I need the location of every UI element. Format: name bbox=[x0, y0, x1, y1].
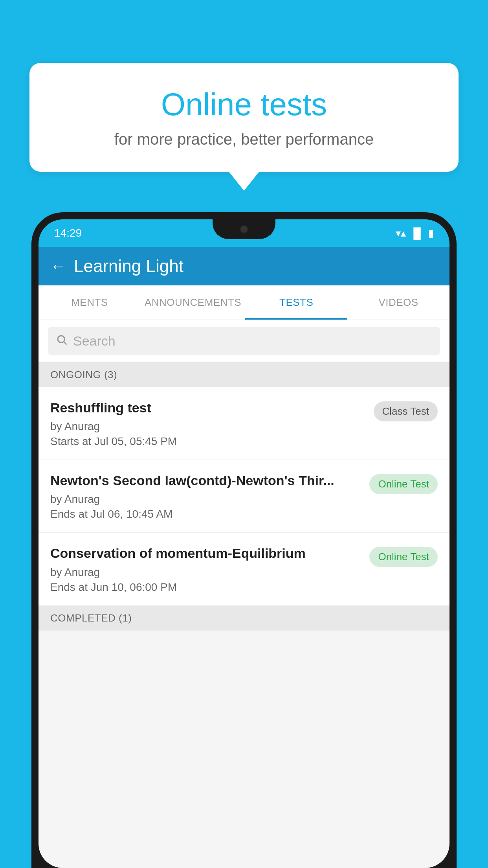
speech-bubble: Online tests for more practice, better p… bbox=[29, 63, 459, 172]
test-by: by Anurag bbox=[50, 566, 361, 579]
test-item[interactable]: Reshuffling test by Anurag Starts at Jul… bbox=[39, 387, 449, 460]
phone-screen: ← Learning Light MENTS ANNOUNCEMENTS TES… bbox=[39, 247, 449, 868]
svg-point-0 bbox=[58, 336, 65, 343]
test-info: Reshuffling test by Anurag Starts at Jul… bbox=[50, 399, 366, 448]
test-info: Conservation of momentum-Equilibrium by … bbox=[50, 544, 361, 593]
phone-frame: 14:29 ▾▴ ▐▌ ▮ ← Learning Light MENTS ANN… bbox=[31, 212, 457, 868]
test-by: by Anurag bbox=[50, 420, 366, 433]
test-date: Starts at Jul 05, 05:45 PM bbox=[50, 435, 366, 448]
test-badge-online-2: Online Test bbox=[369, 547, 438, 567]
search-container: Search bbox=[39, 320, 449, 362]
test-name: Conservation of momentum-Equilibrium bbox=[50, 544, 361, 562]
bubble-title: Online tests bbox=[49, 86, 439, 123]
search-icon bbox=[56, 333, 68, 349]
status-icons: ▾▴ ▐▌ ▮ bbox=[396, 227, 434, 239]
search-input-wrapper[interactable]: Search bbox=[48, 327, 440, 355]
app-title: Learning Light bbox=[74, 256, 183, 276]
test-info: Newton's Second law(contd)-Newton's Thir… bbox=[50, 472, 361, 520]
camera-notch bbox=[240, 225, 248, 234]
test-item[interactable]: Conservation of momentum-Equilibrium by … bbox=[39, 533, 449, 605]
tab-ments[interactable]: MENTS bbox=[39, 285, 141, 320]
test-item[interactable]: Newton's Second law(contd)-Newton's Thir… bbox=[39, 460, 449, 533]
tab-videos[interactable]: VIDEOS bbox=[347, 285, 449, 320]
svg-line-1 bbox=[64, 342, 67, 345]
tab-announcements[interactable]: ANNOUNCEMENTS bbox=[141, 285, 245, 320]
bubble-subtitle: for more practice, better performance bbox=[49, 131, 439, 148]
test-name: Newton's Second law(contd)-Newton's Thir… bbox=[50, 472, 361, 489]
search-placeholder: Search bbox=[73, 333, 116, 349]
phone-notch bbox=[213, 219, 275, 239]
app-header: ← Learning Light bbox=[39, 247, 449, 285]
back-button[interactable]: ← bbox=[50, 257, 66, 275]
test-by: by Anurag bbox=[50, 493, 361, 506]
ongoing-section-header: ONGOING (3) bbox=[39, 362, 449, 387]
tabs-bar: MENTS ANNOUNCEMENTS TESTS VIDEOS bbox=[39, 285, 449, 320]
completed-section-header: COMPLETED (1) bbox=[39, 606, 449, 631]
signal-icon: ▐▌ bbox=[410, 227, 424, 239]
test-badge-class: Class Test bbox=[374, 401, 438, 421]
tab-tests[interactable]: TESTS bbox=[245, 285, 347, 320]
test-date: Ends at Jul 06, 10:45 AM bbox=[50, 508, 361, 520]
status-bar: 14:29 ▾▴ ▐▌ ▮ bbox=[39, 219, 449, 247]
test-badge-online: Online Test bbox=[369, 474, 438, 494]
test-name: Reshuffling test bbox=[50, 399, 366, 416]
battery-icon: ▮ bbox=[428, 227, 434, 239]
test-list: Reshuffling test by Anurag Starts at Jul… bbox=[39, 387, 449, 606]
wifi-icon: ▾▴ bbox=[396, 227, 406, 239]
time-display: 14:29 bbox=[54, 227, 82, 239]
test-date: Ends at Jun 10, 06:00 PM bbox=[50, 581, 361, 594]
